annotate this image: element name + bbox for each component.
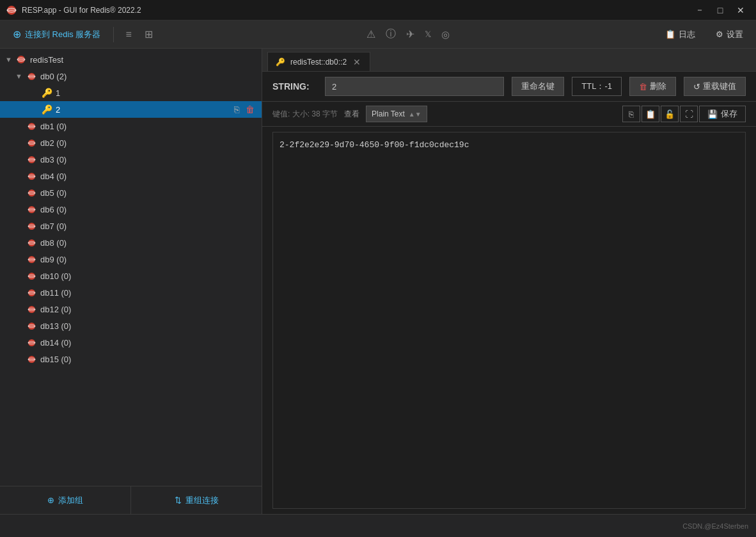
sidebar-item-db0[interactable]: ▼ db0 (2)	[0, 68, 262, 84]
telegram-icon-button[interactable]: ✈	[402, 26, 418, 43]
tab-close-button[interactable]: ✕	[352, 58, 362, 67]
close-button[interactable]: ✕	[732, 3, 750, 17]
reload-btn-label: 重载键值	[703, 81, 736, 92]
key2-label: 2	[56, 105, 232, 115]
twitter-icon-button[interactable]: 𝕏	[421, 27, 435, 42]
save-button[interactable]: 💾 保存	[699, 106, 746, 122]
sidebar-item-db6[interactable]: db6 (0)	[0, 201, 262, 218]
sidebar-item-db7[interactable]: db7 (0)	[0, 218, 262, 234]
sidebar-item-db10[interactable]: db10 (0)	[0, 268, 262, 284]
db12-label: db12 (0)	[40, 305, 256, 314]
sidebar: ▼ redisTest ▼	[0, 49, 262, 514]
db3-icon	[26, 154, 37, 165]
tab-redis-key[interactable]: 🔑 redisTest::db0::2 ✕	[267, 52, 370, 71]
db6-label: db6 (0)	[40, 205, 256, 214]
key2-actions: ⎘ 🗑	[232, 104, 256, 115]
editor-icon-buttons: ⎘ 📋 🔓 ⛶ 💾 保存	[622, 106, 746, 122]
sidebar-item-db12[interactable]: db12 (0)	[0, 301, 262, 317]
sidebar-item-db11[interactable]: db11 (0)	[0, 284, 262, 301]
editor-value-bar: 键值: 大小: 38 字节 查看 Plain Text ▲▼ ⎘ 📋 🔓 ⛶ 💾…	[262, 102, 756, 127]
sidebar-item-db5[interactable]: db5 (0)	[0, 184, 262, 201]
value-size-label: 键值: 大小: 38 字节	[272, 109, 338, 120]
toolbar-center-icons: ⚠ ⓘ ✈ 𝕏 ◎	[363, 25, 453, 44]
ttl-button[interactable]: TTL：-1	[572, 77, 622, 96]
db7-label: db7 (0)	[40, 221, 256, 231]
main-layout: ▼ redisTest ▼	[0, 49, 756, 514]
app-icon	[6, 5, 17, 15]
sidebar-item-db2[interactable]: db2 (0)	[0, 134, 262, 151]
minimize-button[interactable]: －	[691, 3, 709, 17]
db14-icon	[26, 337, 37, 348]
db0-icon	[26, 70, 37, 82]
db10-label: db10 (0)	[40, 271, 256, 281]
rename-key-button[interactable]: 重命名键	[512, 77, 564, 96]
sidebar-item-db8[interactable]: db8 (0)	[0, 234, 262, 251]
type-label: STRING:	[272, 81, 317, 92]
reconnect-button[interactable]: ⇅ 重组连接	[131, 486, 262, 514]
tree-area: ▼ redisTest ▼	[0, 49, 262, 486]
menu-icon-button[interactable]: ≡	[122, 26, 135, 43]
reconnect-icon: ⇅	[175, 495, 182, 505]
add-group-button[interactable]: ⊕ 添加组	[0, 486, 131, 514]
db11-icon	[26, 287, 37, 298]
chevron-down-icon: ▲▼	[409, 111, 421, 118]
window-title: RESP.app - GUI for Redis® 2022.2	[22, 6, 141, 15]
sidebar-item-db13[interactable]: db13 (0)	[0, 317, 262, 334]
info-icon-button[interactable]: ⓘ	[382, 25, 400, 44]
sidebar-item-root[interactable]: ▼ redisTest	[0, 51, 262, 68]
format-label: Plain Text	[372, 109, 405, 118]
log-button[interactable]: 📋 日志	[660, 26, 700, 43]
key-name-input[interactable]	[325, 77, 504, 96]
db8-icon	[26, 237, 37, 248]
db7-icon	[26, 220, 37, 232]
db10-icon	[26, 270, 37, 282]
settings-btn-label: 设置	[727, 29, 743, 40]
titlebar-controls: － □ ✕	[691, 3, 750, 17]
db11-label: db11 (0)	[40, 288, 256, 298]
connect-redis-button[interactable]: ⊕ 连接到 Redis 服务器	[8, 26, 106, 43]
reconnect-label: 重组连接	[185, 495, 219, 506]
redis-server-icon	[15, 54, 27, 65]
sidebar-item-db15[interactable]: db15 (0)	[0, 351, 262, 367]
sidebar-item-key2[interactable]: 🔑 2 ⎘ 🗑	[0, 101, 262, 118]
layout-icon-button[interactable]: ⊞	[141, 26, 157, 43]
db8-label: db8 (0)	[40, 238, 256, 248]
connect-plus-icon: ⊕	[13, 28, 21, 40]
db6-icon	[26, 204, 37, 215]
copy-icon-button[interactable]: ⎘	[622, 106, 640, 122]
sidebar-item-db1[interactable]: db1 (0)	[0, 118, 262, 134]
sidebar-item-db9[interactable]: db9 (0)	[0, 251, 262, 268]
db4-icon	[26, 170, 37, 182]
paste-icon-button[interactable]: 📋	[642, 106, 659, 122]
maximize-button[interactable]: □	[711, 3, 729, 17]
sidebar-item-db4[interactable]: db4 (0)	[0, 168, 262, 184]
log-icon: 📋	[665, 29, 675, 39]
value-textarea[interactable]	[272, 132, 746, 509]
reload-value-button[interactable]: ↺ 重载键值	[684, 77, 746, 96]
format-selector[interactable]: Plain Text ▲▼	[366, 106, 427, 122]
copy-key-button[interactable]: ⎘	[232, 104, 241, 115]
add-group-label: 添加组	[58, 495, 83, 506]
db9-label: db9 (0)	[40, 255, 256, 264]
sidebar-item-db3[interactable]: db3 (0)	[0, 151, 262, 168]
connect-btn-label: 连接到 Redis 服务器	[25, 29, 100, 40]
toolbar-right: 📋 日志 ⚙ 设置	[660, 26, 748, 43]
sidebar-item-db14[interactable]: db14 (0)	[0, 334, 262, 351]
root-label: redisTest	[30, 55, 256, 65]
content-area: 🔑 redisTest::db0::2 ✕ STRING: 重命名键 TTL：-…	[262, 49, 756, 514]
lock-open-icon-button[interactable]: 🔓	[661, 106, 679, 122]
db15-label: db15 (0)	[40, 355, 256, 364]
sidebar-bottom: ⊕ 添加组 ⇅ 重组连接	[0, 486, 262, 514]
settings-icon: ⚙	[716, 29, 723, 39]
delete-key-button[interactable]: 🗑 删除	[629, 77, 676, 96]
db2-label: db2 (0)	[40, 138, 256, 148]
warning-icon-button[interactable]: ⚠	[363, 26, 379, 43]
github-icon-button[interactable]: ◎	[437, 26, 453, 43]
sidebar-item-key1[interactable]: 🔑 1	[0, 84, 262, 101]
delete-btn-label: 删除	[650, 81, 666, 92]
expand-icon-button[interactable]: ⛶	[680, 106, 698, 122]
delete-key-button[interactable]: 🗑	[244, 104, 256, 115]
settings-button[interactable]: ⚙ 设置	[711, 26, 748, 43]
chevron-down-icon: ▼	[5, 56, 15, 63]
titlebar-left: RESP.app - GUI for Redis® 2022.2	[6, 5, 141, 15]
